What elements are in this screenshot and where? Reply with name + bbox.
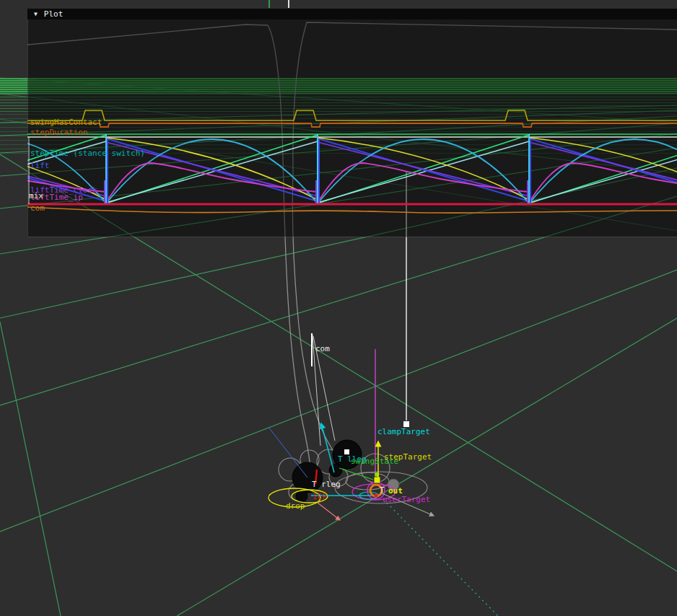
- user-target-label: userTarget: [383, 496, 430, 503]
- curve-swing-has-contact: [27, 110, 677, 120]
- foot-white-marker: [344, 449, 349, 454]
- signal-label-swinghascontact[interactable]: swingHasContact: [30, 118, 102, 126]
- collapse-icon[interactable]: ▼: [34, 10, 38, 18]
- out-label: out: [388, 487, 403, 495]
- curve-cyan-arc: [529, 139, 677, 203]
- panel-title: Plot: [44, 10, 64, 18]
- drop-label: drop: [286, 502, 305, 510]
- plot-canvas[interactable]: [27, 19, 677, 237]
- clamp-target-marker[interactable]: [403, 421, 409, 427]
- swing-arrow: [321, 423, 334, 472]
- com-label: com: [315, 345, 330, 353]
- grid-dashed-ray: [383, 499, 498, 616]
- signal-label-steptime-stance-switch-[interactable]: stepTime (stance switch): [30, 149, 145, 157]
- curve-step-duration: [27, 123, 677, 127]
- signal-label-com[interactable]: com: [30, 204, 45, 212]
- t-rleg-label: T rleg: [312, 480, 341, 488]
- target-red-dot: [375, 494, 378, 498]
- leg-blue-connector: [268, 427, 307, 478]
- swing-state-label: swingState: [351, 457, 398, 465]
- icp-label: ICP: [313, 493, 327, 501]
- curve-com: [27, 207, 677, 213]
- curve-yellow: [529, 138, 677, 200]
- t-out-marker-label: T: [380, 486, 385, 494]
- clamp-target-label: clampTarget: [377, 428, 430, 436]
- plot-titlebar[interactable]: ▼ Plot: [27, 9, 677, 19]
- viewport-3d[interactable]: ▼ Plot swingHasContactstepDurationstepTi…: [0, 0, 677, 616]
- step-target-marker[interactable]: [374, 477, 380, 483]
- signal-label-mix[interactable]: mix: [29, 192, 43, 200]
- icp-arrow: [318, 503, 340, 520]
- signal-label-stepduration[interactable]: stepDuration: [30, 128, 87, 136]
- signal-label-lift[interactable]: lift: [30, 162, 50, 170]
- curve-ramp-pale: [529, 141, 677, 203]
